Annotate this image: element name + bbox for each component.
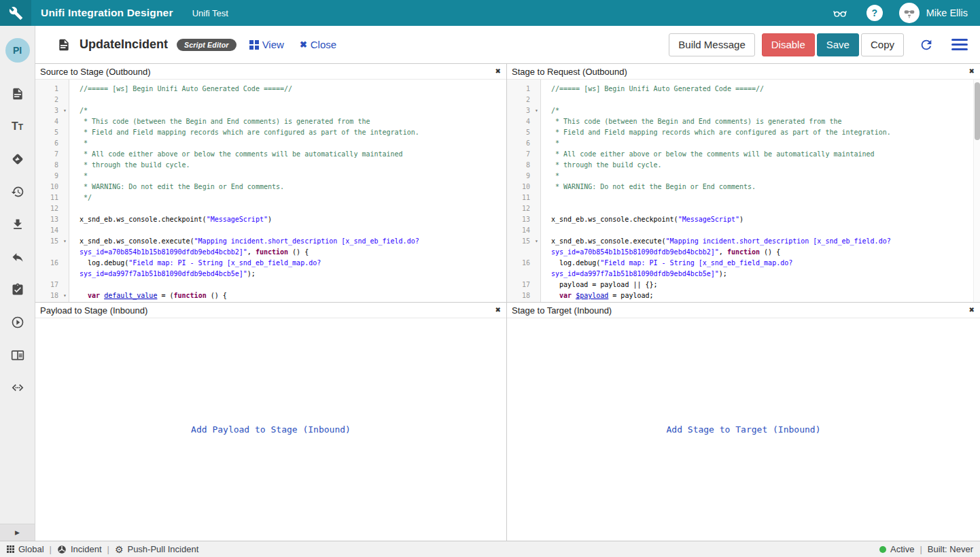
menu-icon[interactable] bbox=[950, 37, 969, 52]
code-line[interactable]: 12 bbox=[35, 203, 506, 214]
code-text[interactable]: x_snd_eb.ws_console.checkpoint("MessageS… bbox=[541, 214, 973, 225]
code-line[interactable]: 3▾/* bbox=[507, 105, 973, 116]
document-icon[interactable] bbox=[11, 87, 24, 101]
code-text[interactable]: * All code either above or below the com… bbox=[69, 149, 506, 160]
copy-button[interactable]: Copy bbox=[861, 33, 904, 56]
code-text[interactable] bbox=[541, 95, 973, 105]
code-line[interactable]: 10 * WARNING: Do not edit the Begin or E… bbox=[507, 182, 973, 192]
code-editor[interactable]: 1//===== [ws] Begin Unifi Auto Generated… bbox=[507, 80, 980, 302]
tasks-icon[interactable] bbox=[11, 283, 24, 297]
code-line[interactable]: 6 * bbox=[35, 138, 506, 149]
scrollbar-track[interactable] bbox=[973, 80, 980, 302]
disable-button[interactable]: Disable bbox=[762, 33, 815, 56]
code-line[interactable]: 14 bbox=[507, 225, 973, 236]
fold-arrow-icon[interactable]: ▾ bbox=[532, 236, 541, 258]
code-line[interactable]: 15▾x_snd_eb.ws_console.execute("Mapping … bbox=[35, 236, 506, 258]
code-text[interactable]: * WARNING: Do not edit the Begin or End … bbox=[69, 182, 506, 192]
code-line[interactable]: 6 * bbox=[507, 138, 973, 149]
code-text[interactable]: /* bbox=[541, 105, 973, 116]
wrench-icon[interactable] bbox=[0, 0, 31, 26]
code-text[interactable]: */ bbox=[69, 192, 506, 203]
code-text[interactable]: * This code (between the Begin and End c… bbox=[69, 116, 506, 127]
code-text[interactable]: var $payload = payload; bbox=[541, 290, 973, 301]
code-text[interactable]: log.debug("Field map: PI - String [x_snd… bbox=[541, 258, 973, 280]
code-line[interactable]: 11 */ bbox=[35, 192, 506, 203]
code-line[interactable]: 15▾x_snd_eb.ws_console.execute("Mapping … bbox=[507, 236, 973, 258]
run-icon[interactable] bbox=[11, 316, 24, 329]
history-icon[interactable] bbox=[11, 185, 24, 199]
code-line[interactable]: 16 log.debug("Field map: PI - String [x_… bbox=[507, 258, 973, 280]
code-line[interactable]: 8 * through the build cycle. bbox=[35, 160, 506, 171]
add-stage-to-target-link[interactable]: Add Stage to Target (Inbound) bbox=[667, 424, 821, 435]
code-text[interactable]: * WARNING: Do not edit the Begin or End … bbox=[541, 182, 973, 192]
code-line[interactable]: 5 * Field and Field mapping records whic… bbox=[35, 127, 506, 138]
close-record-button[interactable]: ✖ Close bbox=[300, 39, 336, 50]
code-text[interactable]: log.debug("Field map: PI - String [x_snd… bbox=[69, 258, 506, 280]
code-text[interactable]: x_snd_eb.ws_console.execute("Mapping inc… bbox=[69, 236, 506, 258]
help-icon[interactable]: ? bbox=[867, 5, 883, 21]
reply-icon[interactable] bbox=[11, 250, 24, 264]
code-icon[interactable] bbox=[11, 381, 24, 394]
code-text[interactable] bbox=[69, 95, 506, 105]
code-text[interactable]: /* bbox=[69, 105, 506, 116]
code-line[interactable]: 17 bbox=[35, 280, 506, 290]
code-text[interactable] bbox=[69, 280, 506, 290]
scope-item[interactable]: Global bbox=[7, 544, 44, 554]
code-text[interactable] bbox=[69, 203, 506, 214]
fold-arrow-icon[interactable]: ▾ bbox=[532, 105, 541, 116]
download-icon[interactable] bbox=[11, 218, 24, 231]
refresh-icon[interactable] bbox=[919, 37, 934, 52]
code-text[interactable] bbox=[541, 203, 973, 214]
code-line[interactable]: 2 bbox=[35, 95, 506, 105]
documentation-icon[interactable] bbox=[11, 348, 24, 362]
code-line[interactable]: 5 * Field and Field mapping records whic… bbox=[507, 127, 973, 138]
code-line[interactable]: 12 bbox=[507, 203, 973, 214]
view-button[interactable]: View bbox=[249, 39, 284, 50]
code-line[interactable]: 7 * All code either above or below the c… bbox=[35, 149, 506, 160]
code-line[interactable]: 14 bbox=[35, 225, 506, 236]
code-text[interactable]: * This code (between the Begin and End c… bbox=[541, 116, 973, 127]
code-text[interactable]: * Field and Field mapping records which … bbox=[541, 127, 973, 138]
code-line[interactable]: 3▾/* bbox=[35, 105, 506, 116]
code-text[interactable]: payload = payload || {}; bbox=[541, 280, 973, 290]
code-line[interactable]: 7 * All code either above or below the c… bbox=[507, 149, 973, 160]
code-line[interactable]: 10 * WARNING: Do not edit the Begin or E… bbox=[35, 182, 506, 192]
code-text[interactable]: var default_value = (function () { bbox=[69, 290, 506, 301]
code-line[interactable]: 4 * This code (between the Begin and End… bbox=[35, 116, 506, 127]
code-text[interactable]: * Field and Field mapping records which … bbox=[69, 127, 506, 138]
message-send-icon[interactable] bbox=[11, 152, 24, 166]
code-line[interactable]: 11 bbox=[507, 192, 973, 203]
code-text[interactable]: x_snd_eb.ws_console.execute("Mapping inc… bbox=[541, 236, 973, 258]
code-line[interactable]: 13x_snd_eb.ws_console.checkpoint("Messag… bbox=[35, 214, 506, 225]
process-item[interactable]: Incident bbox=[57, 544, 102, 554]
code-text[interactable]: x_snd_eb.ws_console.checkpoint("MessageS… bbox=[69, 214, 506, 225]
add-payload-to-stage-link[interactable]: Add Payload to Stage (Inbound) bbox=[191, 424, 351, 435]
fold-arrow-icon[interactable]: ▾ bbox=[60, 105, 69, 116]
panel-close-icon[interactable]: ✖ bbox=[495, 307, 501, 314]
code-text[interactable]: * bbox=[69, 138, 506, 149]
integration-item[interactable]: ⚙ Push-Pull Incident bbox=[115, 544, 198, 554]
sidebar-expand-button[interactable]: ▶ bbox=[0, 524, 35, 541]
code-text[interactable]: * through the build cycle. bbox=[541, 160, 973, 171]
fold-arrow-icon[interactable]: ▾ bbox=[60, 290, 69, 301]
scrollbar-thumb[interactable] bbox=[975, 82, 980, 140]
code-editor[interactable]: 1//===== [ws] Begin Unifi Auto Generated… bbox=[35, 80, 506, 302]
code-line[interactable]: 1//===== [ws] Begin Unifi Auto Generated… bbox=[507, 84, 973, 95]
user-menu[interactable]: Mike Ellis bbox=[899, 3, 968, 23]
fold-arrow-icon[interactable]: ▾ bbox=[60, 236, 69, 258]
save-button[interactable]: Save bbox=[817, 33, 859, 56]
code-line[interactable]: 2 bbox=[507, 95, 973, 105]
code-text[interactable]: * All code either above or below the com… bbox=[541, 149, 973, 160]
code-line[interactable]: 9 * bbox=[35, 171, 506, 182]
code-line[interactable]: 9 * bbox=[507, 171, 973, 182]
text-format-icon[interactable]: TT bbox=[11, 120, 24, 133]
code-line[interactable]: 16 log.debug("Field map: PI - String [x_… bbox=[35, 258, 506, 280]
code-text[interactable] bbox=[541, 192, 973, 203]
code-text[interactable]: * bbox=[69, 171, 506, 182]
code-line[interactable]: 13x_snd_eb.ws_console.checkpoint("Messag… bbox=[507, 214, 973, 225]
code-text[interactable] bbox=[541, 225, 973, 236]
code-line[interactable]: 4 * This code (between the Begin and End… bbox=[507, 116, 973, 127]
code-line[interactable]: 18 var $payload = payload; bbox=[507, 290, 973, 301]
code-text[interactable]: * bbox=[541, 138, 973, 149]
build-message-button[interactable]: Build Message bbox=[669, 33, 754, 56]
